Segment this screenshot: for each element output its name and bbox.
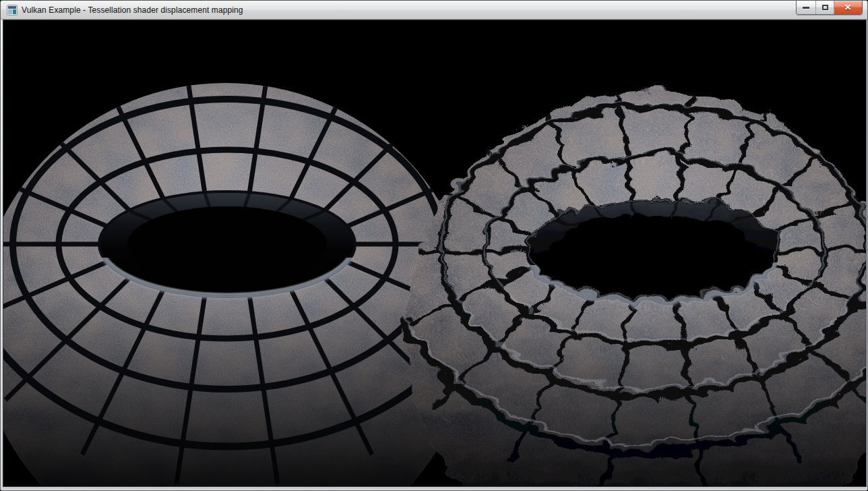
maximize-icon <box>822 5 828 10</box>
close-icon: ✕ <box>844 3 852 11</box>
minimize-button[interactable] <box>797 1 816 14</box>
close-button[interactable]: ✕ <box>834 1 862 14</box>
render-client-area <box>3 20 867 487</box>
app-window: Vulkan Example - Tessellation shader dis… <box>0 0 868 491</box>
title-bar[interactable]: Vulkan Example - Tessellation shader dis… <box>1 1 867 20</box>
minimize-icon <box>803 7 809 9</box>
app-icon[interactable] <box>7 5 18 16</box>
caption-button-group: ✕ <box>796 1 863 15</box>
maximize-button[interactable] <box>816 1 834 14</box>
window-title: Vulkan Example - Tessellation shader dis… <box>22 5 243 15</box>
render-viewport[interactable] <box>3 20 866 486</box>
